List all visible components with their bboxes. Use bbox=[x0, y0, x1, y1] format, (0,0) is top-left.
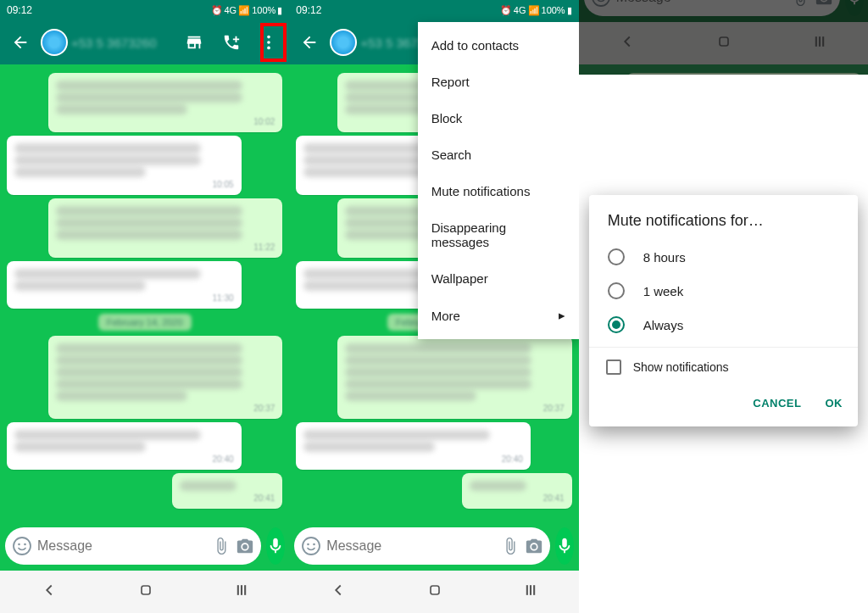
nav-back-icon[interactable] bbox=[40, 581, 58, 603]
menu-wallpaper[interactable]: Wallpaper bbox=[418, 260, 579, 297]
contact-avatar[interactable] bbox=[330, 29, 357, 56]
menu-block[interactable]: Block bbox=[418, 100, 579, 137]
radio-always[interactable]: Always bbox=[589, 308, 858, 342]
menu-add-contacts[interactable]: Add to contacts bbox=[418, 27, 579, 64]
emoji-icon[interactable] bbox=[301, 536, 321, 556]
menu-mute-notifications[interactable]: Mute notifications bbox=[418, 173, 579, 209]
voice-record-button[interactable] bbox=[555, 527, 574, 565]
radio-1week[interactable]: 1 week bbox=[589, 274, 858, 308]
attach-icon[interactable] bbox=[212, 537, 231, 555]
message-input[interactable] bbox=[37, 538, 207, 554]
svg-point-0 bbox=[267, 36, 270, 39]
voice-record-button[interactable] bbox=[266, 527, 285, 565]
network-icon: 4G bbox=[225, 5, 237, 15]
contact-avatar[interactable] bbox=[41, 29, 68, 56]
menu-more[interactable]: More▸ bbox=[418, 297, 579, 334]
chevron-right-icon: ▸ bbox=[559, 308, 565, 323]
svg-point-4 bbox=[18, 543, 20, 546]
svg-point-13 bbox=[314, 543, 316, 546]
menu-search[interactable]: Search bbox=[418, 137, 579, 173]
attach-icon bbox=[791, 0, 810, 7]
svg-point-2 bbox=[267, 47, 270, 50]
svg-point-25 bbox=[821, 0, 826, 1]
signal-icon: 📶 bbox=[238, 5, 250, 16]
svg-rect-15 bbox=[431, 586, 439, 594]
signal-icon: 📶 bbox=[528, 5, 540, 16]
svg-rect-26 bbox=[720, 37, 728, 46]
chat-toolbar: +53 5 3673260 bbox=[0, 20, 289, 64]
svg-point-11 bbox=[303, 538, 320, 554]
radio-icon bbox=[608, 316, 625, 333]
android-nav-bar bbox=[579, 22, 868, 64]
message-input bbox=[616, 0, 786, 5]
nav-home-icon[interactable] bbox=[715, 33, 732, 53]
cancel-button[interactable]: CANCEL bbox=[744, 390, 810, 416]
back-button[interactable] bbox=[3, 25, 37, 59]
chat-messages[interactable]: 10:02 10:05 11:22 11:30 February 14, 202… bbox=[0, 64, 289, 521]
nav-home-icon[interactable] bbox=[426, 582, 443, 602]
camera-icon[interactable] bbox=[236, 537, 254, 555]
battery-pct: 100% bbox=[252, 5, 275, 15]
dialog-title: Mute notifications for… bbox=[589, 212, 858, 240]
mute-dialog: Mute notifications for… 8 hours 1 week A… bbox=[589, 195, 858, 426]
voice-record-button bbox=[845, 0, 864, 16]
nav-back-icon[interactable] bbox=[618, 32, 637, 54]
show-notifications-checkbox[interactable]: Show notifications bbox=[589, 347, 858, 383]
more-menu-button[interactable] bbox=[252, 25, 286, 59]
svg-point-6 bbox=[242, 544, 248, 549]
message-input[interactable] bbox=[326, 538, 496, 554]
android-nav-bar bbox=[289, 571, 578, 613]
radio-icon bbox=[608, 282, 625, 299]
attach-icon[interactable] bbox=[501, 537, 520, 555]
alarm-icon: ⏰ bbox=[211, 5, 223, 16]
nav-home-icon[interactable] bbox=[137, 582, 154, 602]
clock: 09:12 bbox=[7, 4, 32, 16]
back-button[interactable] bbox=[292, 25, 326, 59]
svg-point-1 bbox=[267, 41, 270, 44]
chat-messages: 10:02 10:05 08:27 08:35 08:36 bbox=[579, 64, 868, 75]
svg-point-12 bbox=[308, 543, 310, 546]
battery-icon: ▮ bbox=[277, 5, 282, 16]
radio-icon bbox=[608, 248, 625, 265]
alarm-icon: ⏰ bbox=[500, 5, 512, 16]
menu-report[interactable]: Report bbox=[418, 64, 579, 100]
status-bar: 09:12 ⏰ 4G 📶 100% ▮ bbox=[289, 0, 578, 20]
android-nav-bar bbox=[0, 571, 289, 613]
contact-name[interactable]: +53 5 3673260 bbox=[71, 36, 174, 50]
emoji-icon[interactable] bbox=[12, 536, 32, 556]
nav-back-icon[interactable] bbox=[329, 581, 348, 603]
store-icon[interactable] bbox=[177, 25, 211, 59]
message-input-bar bbox=[0, 521, 289, 571]
emoji-icon bbox=[591, 0, 611, 8]
battery-pct: 100% bbox=[542, 5, 565, 15]
nav-recents-icon[interactable] bbox=[811, 33, 828, 53]
overflow-menu: Add to contacts Report Block Search Mute… bbox=[418, 22, 579, 339]
status-bar: 09:12 ⏰ 4G 📶 100% ▮ bbox=[0, 0, 289, 20]
clock: 09:12 bbox=[296, 4, 321, 16]
svg-point-3 bbox=[14, 538, 31, 554]
menu-disappearing[interactable]: Disappearing messages bbox=[418, 209, 579, 260]
camera-icon bbox=[815, 0, 833, 7]
radio-8hours[interactable]: 8 hours bbox=[589, 240, 858, 274]
call-button[interactable] bbox=[214, 25, 248, 59]
battery-icon: ▮ bbox=[567, 5, 572, 16]
camera-icon[interactable] bbox=[525, 537, 543, 555]
nav-recents-icon[interactable] bbox=[522, 582, 539, 602]
message-input-bar bbox=[289, 521, 578, 571]
checkbox-icon bbox=[606, 359, 621, 375]
svg-point-14 bbox=[531, 544, 537, 549]
date-separator: February 14, 2020 bbox=[98, 314, 192, 331]
network-icon: 4G bbox=[514, 5, 526, 15]
ok-button[interactable]: OK bbox=[816, 390, 851, 416]
nav-recents-icon[interactable] bbox=[233, 582, 250, 602]
message-input-bar bbox=[579, 0, 868, 22]
svg-point-5 bbox=[24, 543, 26, 546]
svg-rect-7 bbox=[142, 586, 150, 594]
